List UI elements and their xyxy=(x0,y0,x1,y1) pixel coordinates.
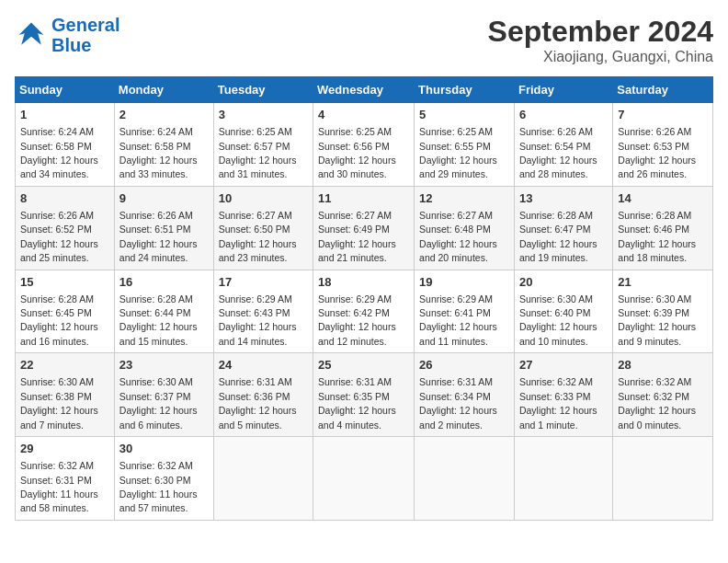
calendar-cell: 14Sunrise: 6:28 AMSunset: 6:46 PMDayligh… xyxy=(613,186,713,270)
day-info: Sunrise: 6:25 AMSunset: 6:56 PMDaylight:… xyxy=(318,126,396,179)
day-number: 18 xyxy=(318,274,409,291)
calendar-cell: 26Sunrise: 6:31 AMSunset: 6:34 PMDayligh… xyxy=(415,353,515,437)
day-header-tuesday: Tuesday xyxy=(213,77,313,103)
day-info: Sunrise: 6:27 AMSunset: 6:49 PMDaylight:… xyxy=(318,210,396,263)
calendar-cell: 12Sunrise: 6:27 AMSunset: 6:48 PMDayligh… xyxy=(415,186,515,270)
day-info: Sunrise: 6:30 AMSunset: 6:38 PMDaylight:… xyxy=(20,376,98,430)
calendar-cell xyxy=(514,437,612,521)
day-info: Sunrise: 6:31 AMSunset: 6:36 PMDaylight:… xyxy=(219,376,297,430)
day-number: 29 xyxy=(20,441,109,457)
calendar-cell: 5Sunrise: 6:25 AMSunset: 6:55 PMDaylight… xyxy=(415,103,515,187)
day-info: Sunrise: 6:26 AMSunset: 6:52 PMDaylight:… xyxy=(20,210,98,263)
day-info: Sunrise: 6:30 AMSunset: 6:39 PMDaylight:… xyxy=(618,293,696,347)
day-info: Sunrise: 6:25 AMSunset: 6:57 PMDaylight:… xyxy=(219,126,297,179)
day-info: Sunrise: 6:25 AMSunset: 6:55 PMDaylight:… xyxy=(419,126,497,179)
day-number: 14 xyxy=(618,190,708,207)
week-row-4: 22Sunrise: 6:30 AMSunset: 6:38 PMDayligh… xyxy=(16,353,713,437)
calendar-cell xyxy=(313,437,415,521)
day-number: 19 xyxy=(419,274,509,291)
day-number: 4 xyxy=(318,107,409,123)
day-number: 16 xyxy=(119,274,209,291)
day-info: Sunrise: 6:32 AMSunset: 6:33 PMDaylight:… xyxy=(519,376,597,430)
week-row-3: 15Sunrise: 6:28 AMSunset: 6:45 PMDayligh… xyxy=(16,270,713,353)
calendar-cell: 8Sunrise: 6:26 AMSunset: 6:52 PMDaylight… xyxy=(16,186,115,270)
day-info: Sunrise: 6:32 AMSunset: 6:30 PMDaylight:… xyxy=(119,460,198,513)
day-number: 22 xyxy=(20,357,109,373)
day-number: 1 xyxy=(20,107,109,123)
day-info: Sunrise: 6:24 AMSunset: 6:58 PMDaylight:… xyxy=(20,126,98,179)
day-info: Sunrise: 6:26 AMSunset: 6:51 PMDaylight:… xyxy=(119,210,198,263)
day-number: 8 xyxy=(20,190,109,207)
calendar-cell: 22Sunrise: 6:30 AMSunset: 6:38 PMDayligh… xyxy=(16,353,115,437)
day-number: 7 xyxy=(618,107,708,123)
calendar-cell: 21Sunrise: 6:30 AMSunset: 6:39 PMDayligh… xyxy=(613,270,713,353)
title-block: September 2024 Xiaojiang, Guangxi, China xyxy=(488,15,713,65)
day-number: 23 xyxy=(119,357,209,373)
calendar-cell: 17Sunrise: 6:29 AMSunset: 6:43 PMDayligh… xyxy=(213,270,313,353)
calendar-cell: 18Sunrise: 6:29 AMSunset: 6:42 PMDayligh… xyxy=(313,270,415,353)
page-header: General Blue September 2024 Xiaojiang, G… xyxy=(15,15,713,65)
calendar-cell: 1Sunrise: 6:24 AMSunset: 6:58 PMDaylight… xyxy=(16,103,115,187)
week-row-2: 8Sunrise: 6:26 AMSunset: 6:52 PMDaylight… xyxy=(16,186,713,270)
day-info: Sunrise: 6:27 AMSunset: 6:48 PMDaylight:… xyxy=(419,210,497,263)
calendar-cell: 4Sunrise: 6:25 AMSunset: 6:56 PMDaylight… xyxy=(313,103,415,187)
calendar-cell: 24Sunrise: 6:31 AMSunset: 6:36 PMDayligh… xyxy=(213,353,313,437)
calendar-cell xyxy=(415,437,515,521)
day-info: Sunrise: 6:28 AMSunset: 6:46 PMDaylight:… xyxy=(618,210,696,263)
day-number: 21 xyxy=(618,274,708,291)
day-number: 17 xyxy=(219,274,308,291)
calendar-cell xyxy=(613,437,713,521)
day-number: 12 xyxy=(419,190,509,207)
day-number: 24 xyxy=(219,357,308,373)
day-info: Sunrise: 6:29 AMSunset: 6:42 PMDaylight:… xyxy=(318,293,396,347)
day-info: Sunrise: 6:32 AMSunset: 6:31 PMDaylight:… xyxy=(20,460,98,513)
day-header-monday: Monday xyxy=(114,77,213,103)
day-info: Sunrise: 6:28 AMSunset: 6:45 PMDaylight:… xyxy=(20,293,98,347)
day-info: Sunrise: 6:26 AMSunset: 6:53 PMDaylight:… xyxy=(618,126,696,179)
day-info: Sunrise: 6:28 AMSunset: 6:47 PMDaylight:… xyxy=(519,210,597,263)
day-number: 3 xyxy=(219,107,308,123)
day-info: Sunrise: 6:30 AMSunset: 6:40 PMDaylight:… xyxy=(519,293,597,347)
location: Xiaojiang, Guangxi, China xyxy=(488,49,713,65)
day-info: Sunrise: 6:28 AMSunset: 6:44 PMDaylight:… xyxy=(119,293,198,347)
day-number: 27 xyxy=(519,357,608,373)
calendar-cell: 7Sunrise: 6:26 AMSunset: 6:53 PMDaylight… xyxy=(613,103,713,187)
day-info: Sunrise: 6:26 AMSunset: 6:54 PMDaylight:… xyxy=(519,126,597,179)
calendar-cell: 19Sunrise: 6:29 AMSunset: 6:41 PMDayligh… xyxy=(415,270,515,353)
calendar-cell: 11Sunrise: 6:27 AMSunset: 6:49 PMDayligh… xyxy=(313,186,415,270)
calendar-cell: 25Sunrise: 6:31 AMSunset: 6:35 PMDayligh… xyxy=(313,353,415,437)
calendar-cell: 3Sunrise: 6:25 AMSunset: 6:57 PMDaylight… xyxy=(213,103,313,187)
day-number: 30 xyxy=(119,441,209,457)
day-number: 5 xyxy=(419,107,509,123)
calendar-cell: 6Sunrise: 6:26 AMSunset: 6:54 PMDaylight… xyxy=(514,103,612,187)
calendar-cell: 30Sunrise: 6:32 AMSunset: 6:30 PMDayligh… xyxy=(114,437,213,521)
calendar-cell: 13Sunrise: 6:28 AMSunset: 6:47 PMDayligh… xyxy=(514,186,612,270)
calendar-cell: 15Sunrise: 6:28 AMSunset: 6:45 PMDayligh… xyxy=(16,270,115,353)
day-number: 2 xyxy=(119,107,209,123)
day-number: 13 xyxy=(519,190,608,207)
day-header-sunday: Sunday xyxy=(16,77,115,103)
calendar-cell: 16Sunrise: 6:28 AMSunset: 6:44 PMDayligh… xyxy=(114,270,213,353)
day-number: 15 xyxy=(20,274,109,291)
day-info: Sunrise: 6:27 AMSunset: 6:50 PMDaylight:… xyxy=(219,210,297,263)
day-number: 10 xyxy=(219,190,308,207)
day-header-thursday: Thursday xyxy=(415,77,515,103)
calendar-cell: 2Sunrise: 6:24 AMSunset: 6:58 PMDaylight… xyxy=(114,103,213,187)
calendar-cell: 10Sunrise: 6:27 AMSunset: 6:50 PMDayligh… xyxy=(213,186,313,270)
svg-marker-0 xyxy=(19,23,44,45)
day-info: Sunrise: 6:30 AMSunset: 6:37 PMDaylight:… xyxy=(119,376,198,430)
day-info: Sunrise: 6:31 AMSunset: 6:35 PMDaylight:… xyxy=(318,376,396,430)
day-number: 28 xyxy=(618,357,708,373)
calendar-cell: 23Sunrise: 6:30 AMSunset: 6:37 PMDayligh… xyxy=(114,353,213,437)
logo-icon xyxy=(15,18,48,52)
week-row-5: 29Sunrise: 6:32 AMSunset: 6:31 PMDayligh… xyxy=(16,437,713,521)
day-header-wednesday: Wednesday xyxy=(313,77,415,103)
day-info: Sunrise: 6:24 AMSunset: 6:58 PMDaylight:… xyxy=(119,126,198,179)
day-number: 11 xyxy=(318,190,409,207)
day-info: Sunrise: 6:31 AMSunset: 6:34 PMDaylight:… xyxy=(419,376,497,430)
day-number: 20 xyxy=(519,274,608,291)
calendar-table: SundayMondayTuesdayWednesdayThursdayFrid… xyxy=(15,76,713,521)
day-header-friday: Friday xyxy=(514,77,612,103)
calendar-cell xyxy=(213,437,313,521)
day-info: Sunrise: 6:29 AMSunset: 6:41 PMDaylight:… xyxy=(419,293,497,347)
